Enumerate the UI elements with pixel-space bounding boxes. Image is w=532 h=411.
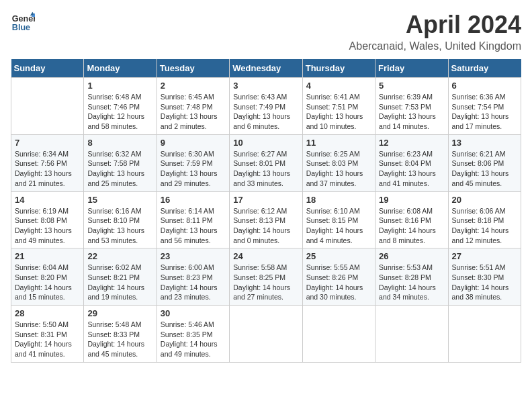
- day-number: 28: [15, 308, 80, 318]
- day-info: Sunrise: 6:34 AM Sunset: 7:56 PM Dayligh…: [15, 149, 80, 189]
- calendar-cell: 7Sunrise: 6:34 AM Sunset: 7:56 PM Daylig…: [11, 134, 84, 191]
- calendar-cell: 24Sunrise: 5:58 AM Sunset: 8:25 PM Dayli…: [230, 248, 302, 306]
- calendar-cell: 18Sunrise: 6:10 AM Sunset: 8:15 PM Dayli…: [302, 191, 375, 248]
- day-info: Sunrise: 6:00 AM Sunset: 8:23 PM Dayligh…: [161, 263, 226, 302]
- day-number: 3: [233, 81, 298, 91]
- calendar-cell: 4Sunrise: 6:41 AM Sunset: 7:51 PM Daylig…: [302, 78, 375, 135]
- calendar-cell: 6Sunrise: 6:36 AM Sunset: 7:54 PM Daylig…: [448, 78, 521, 135]
- calendar-cell: 13Sunrise: 6:21 AM Sunset: 8:06 PM Dayli…: [448, 134, 521, 191]
- day-number: 4: [306, 81, 371, 91]
- day-info: Sunrise: 5:53 AM Sunset: 8:28 PM Dayligh…: [379, 263, 444, 302]
- day-number: 30: [161, 308, 226, 318]
- week-row-4: 21Sunrise: 6:04 AM Sunset: 8:20 PM Dayli…: [11, 248, 521, 306]
- calendar-cell: 14Sunrise: 6:19 AM Sunset: 8:08 PM Dayli…: [11, 191, 84, 248]
- day-info: Sunrise: 6:30 AM Sunset: 7:59 PM Dayligh…: [161, 149, 226, 189]
- day-number: 17: [233, 195, 298, 205]
- day-info: Sunrise: 6:21 AM Sunset: 8:06 PM Dayligh…: [452, 149, 517, 189]
- day-info: Sunrise: 5:48 AM Sunset: 8:33 PM Dayligh…: [87, 320, 152, 359]
- day-info: Sunrise: 5:50 AM Sunset: 8:31 PM Dayligh…: [15, 320, 80, 359]
- day-info: Sunrise: 6:23 AM Sunset: 8:04 PM Dayligh…: [379, 149, 444, 189]
- day-number: 27: [452, 251, 517, 261]
- day-info: Sunrise: 6:19 AM Sunset: 8:08 PM Dayligh…: [15, 206, 80, 246]
- day-info: Sunrise: 6:06 AM Sunset: 8:18 PM Dayligh…: [452, 206, 517, 246]
- calendar-cell: [230, 306, 302, 363]
- week-row-5: 28Sunrise: 5:50 AM Sunset: 8:31 PM Dayli…: [11, 306, 521, 363]
- day-number: 22: [87, 251, 152, 261]
- day-info: Sunrise: 5:51 AM Sunset: 8:30 PM Dayligh…: [452, 263, 517, 302]
- day-info: Sunrise: 5:46 AM Sunset: 8:35 PM Dayligh…: [161, 320, 226, 359]
- day-info: Sunrise: 6:14 AM Sunset: 8:11 PM Dayligh…: [161, 206, 226, 246]
- calendar-cell: [375, 306, 448, 363]
- day-info: Sunrise: 6:08 AM Sunset: 8:16 PM Dayligh…: [379, 206, 444, 246]
- day-number: 13: [452, 138, 517, 148]
- day-info: Sunrise: 6:16 AM Sunset: 8:10 PM Dayligh…: [87, 206, 152, 246]
- day-number: 23: [161, 251, 226, 261]
- week-row-2: 7Sunrise: 6:34 AM Sunset: 7:56 PM Daylig…: [11, 134, 521, 191]
- day-info: Sunrise: 6:41 AM Sunset: 7:51 PM Dayligh…: [306, 92, 371, 132]
- day-info: Sunrise: 6:10 AM Sunset: 8:15 PM Dayligh…: [306, 206, 371, 246]
- day-number: 6: [452, 81, 517, 91]
- col-header-sunday: Sunday: [11, 59, 84, 78]
- calendar-cell: 17Sunrise: 6:12 AM Sunset: 8:13 PM Dayli…: [230, 191, 302, 248]
- day-number: 21: [15, 251, 80, 261]
- day-number: 2: [161, 81, 226, 91]
- calendar-cell: 21Sunrise: 6:04 AM Sunset: 8:20 PM Dayli…: [11, 248, 84, 306]
- day-number: 18: [306, 195, 371, 205]
- day-info: Sunrise: 6:48 AM Sunset: 7:46 PM Dayligh…: [87, 92, 152, 132]
- calendar-cell: 23Sunrise: 6:00 AM Sunset: 8:23 PM Dayli…: [157, 248, 229, 306]
- title-block: April 2024 Abercanaid, Wales, United Kin…: [349, 11, 521, 52]
- month-title: April 2024: [349, 11, 521, 39]
- day-info: Sunrise: 5:55 AM Sunset: 8:26 PM Dayligh…: [306, 263, 371, 302]
- col-header-friday: Friday: [375, 59, 448, 78]
- day-info: Sunrise: 6:04 AM Sunset: 8:20 PM Dayligh…: [15, 263, 80, 302]
- calendar-cell: [302, 306, 375, 363]
- logo-icon: General Blue: [11, 11, 35, 35]
- calendar-cell: 10Sunrise: 6:27 AM Sunset: 8:01 PM Dayli…: [230, 134, 302, 191]
- day-info: Sunrise: 6:45 AM Sunset: 7:48 PM Dayligh…: [161, 92, 226, 132]
- day-number: 15: [87, 195, 152, 205]
- day-number: 11: [306, 138, 371, 148]
- calendar-cell: 28Sunrise: 5:50 AM Sunset: 8:31 PM Dayli…: [11, 306, 84, 363]
- calendar-cell: 30Sunrise: 5:46 AM Sunset: 8:35 PM Dayli…: [157, 306, 229, 363]
- day-number: 9: [161, 138, 226, 148]
- day-number: 10: [233, 138, 298, 148]
- calendar-table: SundayMondayTuesdayWednesdayThursdayFrid…: [11, 59, 521, 363]
- day-info: Sunrise: 6:32 AM Sunset: 7:58 PM Dayligh…: [87, 149, 152, 189]
- calendar-cell: 8Sunrise: 6:32 AM Sunset: 7:58 PM Daylig…: [84, 134, 157, 191]
- day-info: Sunrise: 6:12 AM Sunset: 8:13 PM Dayligh…: [233, 206, 298, 246]
- calendar-cell: 16Sunrise: 6:14 AM Sunset: 8:11 PM Dayli…: [157, 191, 229, 248]
- calendar-cell: 12Sunrise: 6:23 AM Sunset: 8:04 PM Dayli…: [375, 134, 448, 191]
- col-header-monday: Monday: [84, 59, 157, 78]
- logo: General Blue: [11, 11, 35, 35]
- day-number: 19: [379, 195, 444, 205]
- calendar-cell: 2Sunrise: 6:45 AM Sunset: 7:48 PM Daylig…: [157, 78, 229, 135]
- calendar-cell: 11Sunrise: 6:25 AM Sunset: 8:03 PM Dayli…: [302, 134, 375, 191]
- calendar-cell: 19Sunrise: 6:08 AM Sunset: 8:16 PM Dayli…: [375, 191, 448, 248]
- calendar-cell: 5Sunrise: 6:39 AM Sunset: 7:53 PM Daylig…: [375, 78, 448, 135]
- day-info: Sunrise: 6:43 AM Sunset: 7:49 PM Dayligh…: [233, 92, 298, 132]
- day-info: Sunrise: 6:25 AM Sunset: 8:03 PM Dayligh…: [306, 149, 371, 189]
- week-row-3: 14Sunrise: 6:19 AM Sunset: 8:08 PM Dayli…: [11, 191, 521, 248]
- day-number: 26: [379, 251, 444, 261]
- day-number: 14: [15, 195, 80, 205]
- day-number: 29: [87, 308, 152, 318]
- day-number: 8: [87, 138, 152, 148]
- calendar-cell: 3Sunrise: 6:43 AM Sunset: 7:49 PM Daylig…: [230, 78, 302, 135]
- calendar-cell: [448, 306, 521, 363]
- page-header: General Blue April 2024 Abercanaid, Wale…: [11, 11, 521, 52]
- col-header-thursday: Thursday: [302, 59, 375, 78]
- calendar-cell: [11, 78, 84, 135]
- day-info: Sunrise: 5:58 AM Sunset: 8:25 PM Dayligh…: [233, 263, 298, 302]
- calendar-cell: 20Sunrise: 6:06 AM Sunset: 8:18 PM Dayli…: [448, 191, 521, 248]
- day-number: 5: [379, 81, 444, 91]
- day-info: Sunrise: 6:39 AM Sunset: 7:53 PM Dayligh…: [379, 92, 444, 132]
- header-row: SundayMondayTuesdayWednesdayThursdayFrid…: [11, 59, 521, 78]
- svg-text:Blue: Blue: [12, 23, 30, 32]
- calendar-cell: 25Sunrise: 5:55 AM Sunset: 8:26 PM Dayli…: [302, 248, 375, 306]
- calendar-cell: 1Sunrise: 6:48 AM Sunset: 7:46 PM Daylig…: [84, 78, 157, 135]
- day-info: Sunrise: 6:02 AM Sunset: 8:21 PM Dayligh…: [87, 263, 152, 302]
- day-number: 24: [233, 251, 298, 261]
- col-header-saturday: Saturday: [448, 59, 521, 78]
- day-number: 16: [161, 195, 226, 205]
- calendar-cell: 26Sunrise: 5:53 AM Sunset: 8:28 PM Dayli…: [375, 248, 448, 306]
